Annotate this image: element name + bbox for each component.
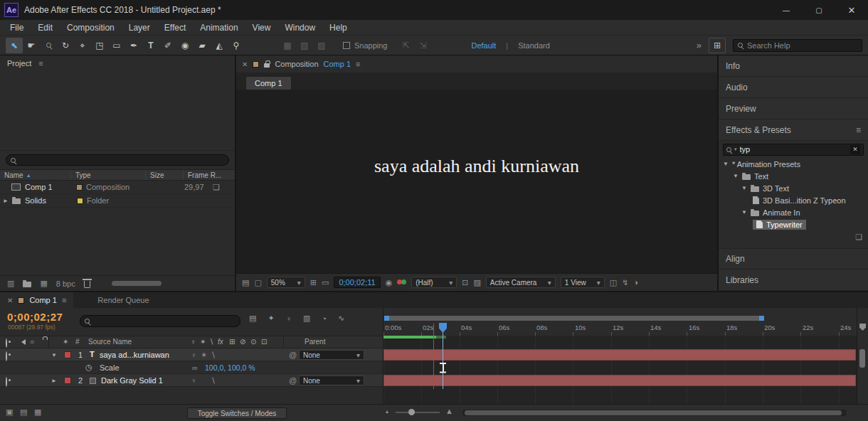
zoom-dropdown[interactable]: 50% ▾ [267,277,305,288]
composition-canvas[interactable]: saya adalah andi kurniawan [236,90,717,273]
column-size[interactable]: Size [146,170,184,180]
clear-search-icon[interactable]: ✕ [850,145,860,154]
world-axis-mode-icon[interactable]: ▧ [296,38,313,53]
parent-column-header[interactable]: Parent [305,338,325,346]
always-preview-icon[interactable]: ▤ [242,278,249,287]
layer-1-parent-dropdown[interactable]: None ▾ [299,350,364,360]
lock-icon[interactable] [264,63,270,68]
comp-mini-tab[interactable]: Comp 1 [246,77,291,90]
minimize-button[interactable]: — [770,0,803,20]
shy-switch-icon[interactable]: ♀ [191,338,196,346]
workspace-switcher-icon[interactable]: ⊞ [709,38,726,53]
stopwatch-icon[interactable]: ◷ [85,363,92,372]
project-search[interactable] [6,154,229,166]
menu-effect[interactable]: Effect [157,23,193,33]
menu-edit[interactable]: Edit [31,23,60,33]
timeline-track-area[interactable] [383,336,857,404]
work-area-bar[interactable] [384,316,764,321]
preview-panel-header[interactable]: Preview [719,98,868,119]
scale-value[interactable]: 100,0, 100,0 % [205,363,255,372]
frame-blending-icon[interactable]: ▥ [303,314,310,323]
label-column-icon[interactable]: ✶ [63,338,68,346]
collapse-icon[interactable]: ▼ [741,209,747,215]
quality-switch-icon[interactable]: ∖ [209,338,213,346]
timeline-hscroll-thumb[interactable] [465,410,842,415]
scale-property-row[interactable]: ◷ Scale ∞ 100,0, 100,0 % [0,361,383,374]
zoom-in-timeline-icon[interactable]: ▲ [445,407,453,415]
show-channel-icon[interactable] [397,279,406,286]
transparency-grid-icon[interactable]: ▨ [473,278,480,287]
audio-column-icon[interactable] [18,339,26,345]
collapse-icon[interactable]: ▼ [723,161,729,167]
tree-item-3d-text[interactable]: ▼ 3D Text [719,182,868,194]
layer-1-duration-bar[interactable] [383,349,856,361]
panel-menu-icon[interactable]: ≡ [38,59,43,68]
selection-tool-icon[interactable]: ⬉ [6,38,23,53]
draft-3d-icon[interactable]: ✦ [268,314,274,323]
delete-icon[interactable] [84,281,90,288]
view-layout-dropdown[interactable]: 1 View ▾ [561,277,605,288]
libraries-panel-header[interactable]: Libraries [719,270,868,291]
timeline-vscroll-thumb[interactable] [859,349,865,368]
workspace-standard[interactable]: Standard [518,41,550,50]
column-frame-rate[interactable]: Frame R... [184,170,235,180]
layer-shy-icon[interactable]: ♀ [191,351,196,359]
brush-tool-icon[interactable]: ✐ [159,38,176,53]
layer-label-swatch[interactable] [64,351,71,358]
work-area-end-handle[interactable] [759,316,764,321]
tree-item-animate-in[interactable]: ▼ Animate In [719,206,868,218]
new-composition-icon[interactable]: ▦ [40,279,47,288]
panel-menu-icon[interactable]: ≡ [856,125,861,135]
expand-icon[interactable]: ► [3,198,9,204]
snap-option-1-icon[interactable]: ⇱ [398,38,415,53]
snapping-checkbox[interactable] [343,42,350,49]
layer-2-duration-bar[interactable] [383,375,856,386]
composition-tab-comp-name[interactable]: Comp 1 [324,60,351,68]
local-axis-mode-icon[interactable]: ▦ [279,38,296,53]
comp-mini-flowchart-icon[interactable]: ▤ [249,314,256,323]
time-ruler[interactable]: 0:00s 02s 04s 06s 08s 10s 12s 14s 16s 18… [383,308,857,336]
timeline-search[interactable] [80,315,240,327]
column-type[interactable]: Type [71,170,146,180]
align-panel-header[interactable]: Align [719,248,868,270]
layer-draft-icon[interactable]: ∖ [211,376,216,385]
composition-tab-label[interactable]: Composition [275,60,318,68]
menu-view[interactable]: View [245,23,278,33]
timeline-hscroll[interactable] [462,410,847,416]
resolution-dropdown[interactable]: (Half) ▾ [411,277,457,288]
shape-tool-icon[interactable]: ▭ [108,38,125,53]
layer-row-2[interactable]: ► 2 Dark Gray Solid 1 ♀ ∖ @ None ▾ [0,374,383,387]
selected-preset[interactable]: Typewriter [753,220,806,230]
workspace-default[interactable]: Default [472,41,497,50]
parent-pickwhip-icon[interactable]: @ [289,376,297,385]
effects-search-input[interactable] [740,145,847,154]
menu-composition[interactable]: Composition [60,23,122,33]
project-row-solids[interactable]: ► Solids Folder [0,194,235,208]
zoom-out-timeline-icon[interactable]: ▴ [386,408,388,415]
layer-quality-icon[interactable]: ✶ [201,351,207,360]
panel-corner-icon[interactable]: ❏ [855,233,862,242]
hide-shy-layers-icon[interactable]: ♀ [286,314,292,323]
panel-menu-icon[interactable]: ≡ [356,60,360,68]
label-swatch[interactable] [77,198,83,204]
source-name-column-header[interactable]: Source Name [88,338,132,346]
expand-layer-switches-icon[interactable]: ▣ [6,407,13,417]
motion-blur-switch-icon[interactable]: ⊘ [240,338,245,346]
pixel-aspect-icon[interactable]: ◫ [610,278,617,287]
new-folder-icon[interactable] [23,282,31,287]
property-name[interactable]: Scale [100,363,120,372]
project-hscroll-thumb[interactable] [112,281,162,286]
timeline-zoom-slider[interactable] [396,412,440,413]
menu-help[interactable]: Help [322,23,354,33]
region-of-interest-icon[interactable]: ▭ [322,278,329,287]
primary-viewer-icon[interactable]: ▢ [254,278,261,287]
layer-visibility-icon[interactable] [6,377,7,387]
layer-expand-icon[interactable]: ► [51,378,57,384]
adjustment-switch-icon[interactable]: ⊙ [250,338,256,346]
layer-2-parent-dropdown[interactable]: None ▾ [299,375,364,385]
tree-item-3d-basic-position[interactable]: 3D Basi...ition Z Typeon [719,194,868,206]
expand-inout-panes-icon[interactable]: ▦ [34,407,41,417]
render-queue-tab[interactable]: Render Queue [97,296,149,304]
timeline-tab-comp1[interactable]: ✕ Comp 1 ≡ [0,292,73,308]
snapping-control[interactable]: Snapping [343,41,388,50]
